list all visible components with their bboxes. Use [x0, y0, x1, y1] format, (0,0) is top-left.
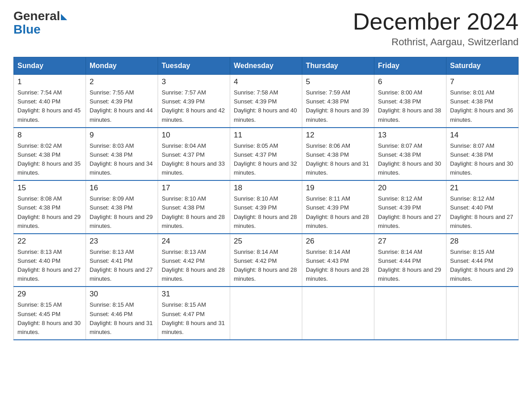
calendar-cell [302, 287, 374, 340]
day-number: 22 [17, 237, 82, 246]
day-number: 13 [378, 131, 442, 140]
day-number: 27 [378, 237, 442, 246]
day-number: 31 [162, 290, 226, 299]
calendar-cell: 21Sunrise: 8:12 AMSunset: 4:40 PMDayligh… [446, 180, 519, 234]
day-number: 1 [17, 77, 82, 86]
day-number: 7 [450, 77, 515, 86]
day-number: 29 [17, 290, 82, 299]
logo-blue-text: Blue [13, 23, 41, 36]
calendar-cell: 17Sunrise: 8:10 AMSunset: 4:38 PMDayligh… [158, 180, 230, 234]
calendar-body: 1Sunrise: 7:54 AMSunset: 4:40 PMDaylight… [14, 75, 519, 340]
day-info: Sunrise: 8:12 AMSunset: 4:39 PMDaylight:… [378, 194, 442, 231]
day-number: 30 [90, 290, 154, 299]
calendar-cell: 31Sunrise: 8:15 AMSunset: 4:47 PMDayligh… [158, 287, 230, 340]
day-info: Sunrise: 8:07 AMSunset: 4:38 PMDaylight:… [450, 141, 515, 178]
day-info: Sunrise: 8:05 AMSunset: 4:37 PMDaylight:… [234, 141, 298, 178]
calendar-subtitle: Rothrist, Aargau, Switzerland [353, 36, 519, 48]
day-number: 23 [90, 237, 154, 246]
day-number: 10 [162, 131, 226, 140]
day-number: 16 [90, 184, 154, 193]
calendar-cell: 26Sunrise: 8:14 AMSunset: 4:43 PMDayligh… [302, 234, 374, 287]
day-number: 4 [234, 77, 298, 86]
calendar-cell: 29Sunrise: 8:15 AMSunset: 4:45 PMDayligh… [14, 287, 86, 340]
calendar-cell: 5Sunrise: 7:59 AMSunset: 4:38 PMDaylight… [302, 75, 374, 128]
calendar-week-5: 29Sunrise: 8:15 AMSunset: 4:45 PMDayligh… [14, 287, 519, 340]
weekday-header-friday: Friday [374, 57, 446, 75]
day-info: Sunrise: 8:14 AMSunset: 4:42 PMDaylight:… [234, 248, 298, 284]
day-info: Sunrise: 8:04 AMSunset: 4:37 PMDaylight:… [162, 141, 226, 178]
day-info: Sunrise: 8:15 AMSunset: 4:44 PMDaylight:… [450, 248, 515, 284]
calendar-title: December 2024 [353, 9, 519, 34]
day-info: Sunrise: 8:15 AMSunset: 4:47 PMDaylight:… [162, 300, 226, 337]
day-info: Sunrise: 8:02 AMSunset: 4:38 PMDaylight:… [17, 141, 82, 178]
day-number: 9 [90, 131, 154, 140]
day-info: Sunrise: 7:58 AMSunset: 4:39 PMDaylight:… [234, 88, 298, 124]
calendar-cell: 27Sunrise: 8:14 AMSunset: 4:44 PMDayligh… [374, 234, 446, 287]
day-info: Sunrise: 8:15 AMSunset: 4:45 PMDaylight:… [17, 300, 82, 337]
day-info: Sunrise: 8:06 AMSunset: 4:38 PMDaylight:… [306, 141, 370, 178]
day-info: Sunrise: 8:15 AMSunset: 4:46 PMDaylight:… [90, 300, 154, 337]
day-number: 12 [306, 131, 370, 140]
calendar-cell: 20Sunrise: 8:12 AMSunset: 4:39 PMDayligh… [374, 180, 446, 234]
calendar-cell: 1Sunrise: 7:54 AMSunset: 4:40 PMDaylight… [14, 75, 86, 128]
day-info: Sunrise: 8:07 AMSunset: 4:38 PMDaylight:… [378, 141, 442, 178]
day-number: 14 [450, 131, 515, 140]
calendar-cell: 28Sunrise: 8:15 AMSunset: 4:44 PMDayligh… [446, 234, 519, 287]
calendar-cell [230, 287, 302, 340]
day-info: Sunrise: 8:00 AMSunset: 4:38 PMDaylight:… [378, 88, 442, 124]
day-info: Sunrise: 8:13 AMSunset: 4:42 PMDaylight:… [162, 248, 226, 284]
logo-general-text: General [13, 9, 60, 23]
day-number: 5 [306, 77, 370, 86]
day-number: 19 [306, 184, 370, 193]
day-info: Sunrise: 8:13 AMSunset: 4:41 PMDaylight:… [90, 248, 154, 284]
calendar-cell: 8Sunrise: 8:02 AMSunset: 4:38 PMDaylight… [14, 128, 86, 181]
day-number: 25 [234, 237, 298, 246]
day-number: 20 [378, 184, 442, 193]
day-info: Sunrise: 8:10 AMSunset: 4:39 PMDaylight:… [234, 194, 298, 231]
calendar-cell: 15Sunrise: 8:08 AMSunset: 4:38 PMDayligh… [14, 180, 86, 234]
calendar-week-4: 22Sunrise: 8:13 AMSunset: 4:40 PMDayligh… [14, 234, 519, 287]
weekday-header-thursday: Thursday [302, 57, 374, 75]
page-header: General Blue December 2024 Rothrist, Aar… [13, 9, 519, 48]
day-info: Sunrise: 7:55 AMSunset: 4:39 PMDaylight:… [90, 88, 154, 124]
day-info: Sunrise: 8:01 AMSunset: 4:38 PMDaylight:… [450, 88, 515, 124]
calendar-cell: 25Sunrise: 8:14 AMSunset: 4:42 PMDayligh… [230, 234, 302, 287]
day-info: Sunrise: 7:57 AMSunset: 4:39 PMDaylight:… [162, 88, 226, 124]
calendar-header: SundayMondayTuesdayWednesdayThursdayFrid… [14, 57, 519, 75]
day-info: Sunrise: 8:10 AMSunset: 4:38 PMDaylight:… [162, 194, 226, 231]
day-info: Sunrise: 7:54 AMSunset: 4:40 PMDaylight:… [17, 88, 82, 124]
calendar-cell: 11Sunrise: 8:05 AMSunset: 4:37 PMDayligh… [230, 128, 302, 181]
day-info: Sunrise: 7:59 AMSunset: 4:38 PMDaylight:… [306, 88, 370, 124]
logo-arrow-icon [61, 14, 67, 20]
title-block: December 2024 Rothrist, Aargau, Switzerl… [353, 9, 519, 48]
calendar-cell: 24Sunrise: 8:13 AMSunset: 4:42 PMDayligh… [158, 234, 230, 287]
day-info: Sunrise: 8:14 AMSunset: 4:44 PMDaylight:… [378, 248, 442, 284]
calendar-cell: 16Sunrise: 8:09 AMSunset: 4:38 PMDayligh… [86, 180, 158, 234]
calendar-cell: 18Sunrise: 8:10 AMSunset: 4:39 PMDayligh… [230, 180, 302, 234]
day-number: 18 [234, 184, 298, 193]
day-info: Sunrise: 8:14 AMSunset: 4:43 PMDaylight:… [306, 248, 370, 284]
calendar-cell [374, 287, 446, 340]
calendar-cell: 4Sunrise: 7:58 AMSunset: 4:39 PMDaylight… [230, 75, 302, 128]
day-info: Sunrise: 8:03 AMSunset: 4:38 PMDaylight:… [90, 141, 154, 178]
day-number: 15 [17, 184, 82, 193]
calendar-cell: 7Sunrise: 8:01 AMSunset: 4:38 PMDaylight… [446, 75, 519, 128]
calendar-cell: 14Sunrise: 8:07 AMSunset: 4:38 PMDayligh… [446, 128, 519, 181]
day-info: Sunrise: 8:13 AMSunset: 4:40 PMDaylight:… [17, 248, 82, 284]
calendar-week-1: 1Sunrise: 7:54 AMSunset: 4:40 PMDaylight… [14, 75, 519, 128]
calendar-cell: 2Sunrise: 7:55 AMSunset: 4:39 PMDaylight… [86, 75, 158, 128]
weekday-header-saturday: Saturday [446, 57, 519, 75]
calendar-cell: 10Sunrise: 8:04 AMSunset: 4:37 PMDayligh… [158, 128, 230, 181]
weekday-row: SundayMondayTuesdayWednesdayThursdayFrid… [14, 57, 519, 75]
day-number: 8 [17, 131, 82, 140]
calendar-cell [446, 287, 519, 340]
calendar-table: SundayMondayTuesdayWednesdayThursdayFrid… [13, 57, 519, 340]
calendar-cell: 23Sunrise: 8:13 AMSunset: 4:41 PMDayligh… [86, 234, 158, 287]
calendar-cell: 12Sunrise: 8:06 AMSunset: 4:38 PMDayligh… [302, 128, 374, 181]
day-number: 3 [162, 77, 226, 86]
logo: General Blue [13, 9, 67, 36]
day-number: 21 [450, 184, 515, 193]
day-info: Sunrise: 8:12 AMSunset: 4:40 PMDaylight:… [450, 194, 515, 231]
calendar-cell: 13Sunrise: 8:07 AMSunset: 4:38 PMDayligh… [374, 128, 446, 181]
weekday-header-tuesday: Tuesday [158, 57, 230, 75]
